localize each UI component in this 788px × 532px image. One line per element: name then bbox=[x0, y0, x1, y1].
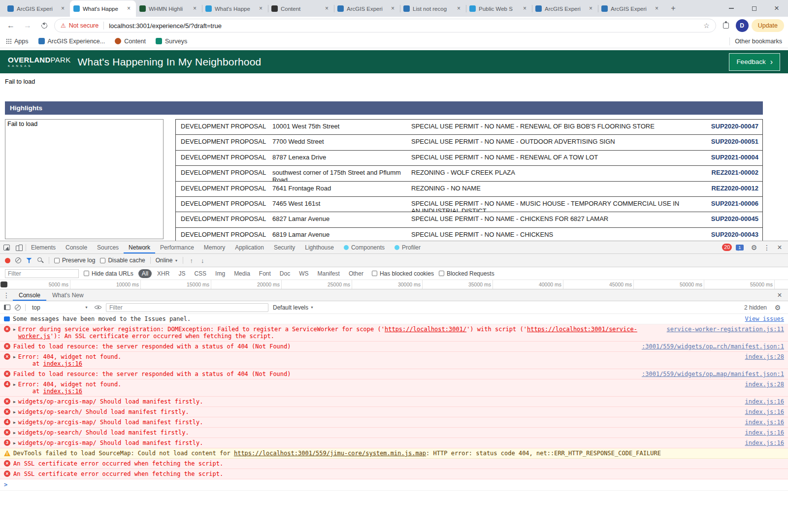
proposal-row[interactable]: DEVELOPMENT PROPOSAL southwest corner of… bbox=[176, 166, 762, 181]
feedback-button[interactable]: Feedback bbox=[729, 53, 780, 71]
devtools-panel-tab[interactable]: Lighthouse bbox=[300, 241, 339, 253]
update-button[interactable]: Update bbox=[752, 19, 784, 32]
devtools-panel-tab[interactable]: Components bbox=[339, 241, 390, 253]
back-button[interactable] bbox=[4, 19, 18, 32]
live-expression-icon[interactable] bbox=[95, 304, 101, 311]
devtools-panel-tab[interactable]: Console bbox=[61, 241, 92, 253]
drawer-menu-icon[interactable] bbox=[0, 291, 13, 299]
address-bar[interactable]: Not secure localhost:3001/experience/5/?… bbox=[54, 19, 716, 32]
has-blocked-cookies-checkbox[interactable]: Has blocked cookies bbox=[372, 270, 434, 277]
proposal-row[interactable]: DEVELOPMENT PROPOSAL 7641 Frontage Road … bbox=[176, 182, 762, 197]
console-sidebar-icon[interactable] bbox=[4, 305, 10, 310]
browser-tab[interactable]: ArcGIS Experi bbox=[334, 0, 400, 17]
resource-type-filter[interactable]: JS bbox=[175, 269, 189, 278]
drawer-tab[interactable]: What's New bbox=[46, 289, 90, 301]
url-text[interactable]: localhost:3001/experience/5/?draft=true bbox=[109, 22, 222, 30]
checkbox-box[interactable] bbox=[84, 271, 89, 276]
browser-tab[interactable]: Content bbox=[268, 0, 334, 17]
browser-tab[interactable]: List not recog bbox=[400, 0, 466, 17]
new-tab-button[interactable] bbox=[667, 2, 680, 15]
overland-park-logo[interactable]: OVERLANDPARK KANSAS bbox=[8, 56, 71, 67]
browser-tab[interactable]: What's Happe bbox=[70, 0, 136, 17]
devtools-panel-tab[interactable]: Network bbox=[124, 241, 155, 253]
browser-tab[interactable]: Public Web S bbox=[466, 0, 532, 17]
network-filter-input[interactable] bbox=[5, 269, 79, 278]
proposal-row[interactable]: DEVELOPMENT PROPOSAL 7700 Wedd Street SP… bbox=[176, 135, 762, 150]
extensions-button[interactable] bbox=[719, 19, 733, 32]
browser-tab[interactable]: WHMN Highli bbox=[136, 0, 202, 17]
resource-type-filter[interactable]: CSS bbox=[191, 269, 210, 278]
devtools-panel-tab[interactable]: Application bbox=[230, 241, 269, 253]
browser-tab[interactable]: What's Happe bbox=[202, 0, 268, 17]
resource-type-filter[interactable]: Manifest bbox=[314, 269, 343, 278]
checkbox-box[interactable] bbox=[100, 258, 105, 263]
resource-type-filter[interactable]: Font bbox=[256, 269, 274, 278]
bookmark-item[interactable]: Surveys bbox=[156, 38, 187, 45]
resource-type-filter[interactable]: Doc bbox=[276, 269, 294, 278]
tab-close-icon[interactable] bbox=[191, 5, 198, 12]
proposal-row[interactable]: DEVELOPMENT PROPOSAL 6819 Lamar Avenue S… bbox=[176, 228, 762, 241]
drawer-tab[interactable]: Console bbox=[13, 289, 46, 301]
blocked-requests-checkbox[interactable]: Blocked Requests bbox=[439, 270, 494, 277]
source-location-link[interactable]: index.js:16 bbox=[745, 439, 784, 446]
resource-type-filter[interactable]: Other bbox=[345, 269, 367, 278]
device-toolbar-button[interactable] bbox=[13, 245, 26, 250]
console-prompt[interactable]: > bbox=[0, 479, 788, 491]
tab-close-icon[interactable] bbox=[521, 5, 528, 12]
import-har-icon[interactable] bbox=[188, 257, 195, 264]
devtools-panel-tab[interactable]: Elements bbox=[26, 241, 61, 253]
profile-avatar[interactable]: D bbox=[736, 19, 749, 32]
tab-close-icon[interactable] bbox=[587, 5, 594, 12]
source-location-link[interactable]: :3001/559/widgets/op…rch/manifest.json:1 bbox=[642, 343, 784, 350]
execution-context-dropdown[interactable]: top bbox=[30, 304, 90, 311]
search-network-icon[interactable] bbox=[37, 257, 44, 264]
export-har-icon[interactable] bbox=[199, 257, 206, 264]
resource-type-filter[interactable]: All bbox=[138, 269, 152, 278]
bookmark-star-icon[interactable] bbox=[703, 22, 710, 30]
proposal-row[interactable]: DEVELOPMENT PROPOSAL 10001 West 75th Str… bbox=[176, 120, 762, 135]
expand-message-icon[interactable]: ▶ bbox=[13, 382, 16, 387]
clear-console-icon[interactable] bbox=[15, 305, 21, 311]
checkbox-box[interactable] bbox=[372, 271, 377, 276]
expand-message-icon[interactable]: ▶ bbox=[13, 354, 16, 360]
browser-tab[interactable]: ArcGIS Experi bbox=[598, 0, 664, 17]
devtools-menu-icon[interactable] bbox=[760, 244, 773, 251]
forward-button[interactable] bbox=[21, 19, 34, 32]
security-status[interactable]: Not secure bbox=[69, 22, 98, 29]
devtools-settings-icon[interactable] bbox=[748, 244, 760, 251]
tab-close-icon[interactable] bbox=[653, 5, 660, 12]
source-location-link[interactable]: index.js:16 bbox=[745, 398, 784, 405]
timeline-scroll-thumb[interactable] bbox=[0, 282, 7, 287]
tab-close-icon[interactable] bbox=[125, 5, 132, 12]
minimize-button[interactable] bbox=[720, 0, 743, 17]
record-network-log-icon[interactable] bbox=[5, 258, 10, 263]
resource-type-filter[interactable]: WS bbox=[296, 269, 312, 278]
browser-tab[interactable]: ArcGIS Experi bbox=[4, 0, 70, 17]
expand-message-icon[interactable]: ▶ bbox=[13, 409, 16, 415]
issues-count-badge[interactable]: 1 bbox=[736, 245, 744, 250]
inspect-element-button[interactable] bbox=[0, 245, 13, 250]
devtools-panel-tab[interactable]: Sources bbox=[92, 241, 124, 253]
devtools-panel-tab[interactable]: Performance bbox=[155, 241, 199, 253]
source-location-link[interactable]: index.js:28 bbox=[745, 353, 784, 360]
browser-tab[interactable]: ArcGIS Experi bbox=[532, 0, 598, 17]
console-filter-input[interactable] bbox=[106, 303, 268, 312]
bookmark-item[interactable]: Apps bbox=[6, 38, 29, 45]
expand-message-icon[interactable]: ▶ bbox=[13, 440, 16, 446]
error-count-badge[interactable]: 20 bbox=[722, 244, 732, 251]
bookmark-item[interactable]: Content bbox=[115, 38, 146, 45]
reload-button[interactable] bbox=[37, 19, 51, 32]
preserve-log-checkbox[interactable]: Preserve log bbox=[54, 257, 95, 264]
resource-type-filter[interactable]: Img bbox=[212, 269, 229, 278]
log-levels-dropdown[interactable]: Default levels bbox=[273, 304, 314, 311]
expand-message-icon[interactable]: ▶ bbox=[13, 420, 16, 425]
other-bookmarks[interactable]: Other bookmarks bbox=[729, 37, 782, 45]
console-settings-icon[interactable] bbox=[771, 304, 784, 312]
devtools-panel-tab[interactable]: Security bbox=[269, 241, 300, 253]
maximize-button[interactable] bbox=[743, 0, 765, 17]
tab-close-icon[interactable] bbox=[389, 5, 396, 12]
source-location-link[interactable]: View issues bbox=[745, 315, 784, 322]
filter-icon[interactable] bbox=[26, 258, 32, 263]
devtools-panel-tab[interactable]: Profiler bbox=[390, 241, 426, 253]
disable-cache-checkbox[interactable]: Disable cache bbox=[100, 257, 145, 264]
